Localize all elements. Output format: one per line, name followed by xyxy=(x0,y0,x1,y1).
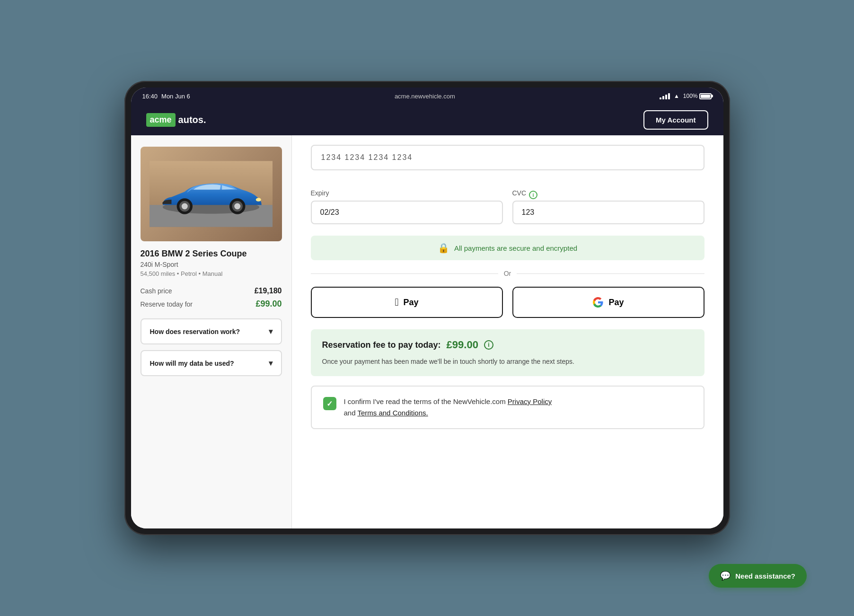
secure-banner: 🔒 All payments are secure and encrypted xyxy=(311,236,704,260)
status-bar-right: ▲ 100% xyxy=(660,93,712,99)
svg-point-8 xyxy=(234,203,240,210)
apple-pay-button[interactable]:  Pay xyxy=(311,287,503,318)
cvc-info-icon[interactable]: i xyxy=(529,191,537,199)
payment-buttons:  Pay Pay xyxy=(311,287,704,318)
cash-price-row: Cash price £19,180 xyxy=(141,287,282,295)
or-divider: Or xyxy=(311,270,704,277)
expiry-group: Expiry xyxy=(311,189,503,224)
time: 16:40 xyxy=(142,93,158,100)
main-content: 2016 BMW 2 Series Coupe 240i M-Sport 54,… xyxy=(131,135,723,528)
expiry-label: Expiry xyxy=(311,189,503,197)
reservation-box: Reservation fee to pay today: £99.00 i O… xyxy=(311,329,704,376)
chevron-down-icon: ▾ xyxy=(269,327,273,336)
navigation-bar: acme autos. My Account xyxy=(131,105,723,135)
accordion-reservation[interactable]: How does reservation work? ▾ xyxy=(141,318,282,344)
svg-point-9 xyxy=(256,198,261,201)
reservation-amount: £99.00 xyxy=(447,339,478,351)
cvc-label: CVC xyxy=(512,189,527,197)
right-panel: Expiry CVC i 🔒 All payments are secure xyxy=(292,135,723,528)
chevron-down-icon-2: ▾ xyxy=(269,359,273,368)
car-image xyxy=(150,161,273,227)
cvc-input[interactable] xyxy=(512,201,704,224)
status-bar-left: 16:40 Mon Jun 6 xyxy=(142,93,190,100)
lock-icon: 🔒 xyxy=(438,242,449,254)
reserve-value: £99.00 xyxy=(255,299,282,309)
card-number-section xyxy=(311,145,704,180)
terms-text-before: I confirm I've read the terms of the New… xyxy=(344,397,506,405)
date: Mon Jun 6 xyxy=(161,93,190,100)
expiry-input[interactable] xyxy=(311,201,503,224)
cvc-label-row: CVC i xyxy=(512,189,704,201)
logo: acme autos. xyxy=(146,113,206,127)
accordion-data-label: How will my data be used? xyxy=(150,360,234,367)
google-pay-label: Pay xyxy=(608,298,624,308)
signal-icon xyxy=(660,93,670,99)
wifi-icon: ▲ xyxy=(674,93,679,99)
terms-box: ✓ I confirm I've read the terms of the N… xyxy=(311,386,704,429)
car-title: 2016 BMW 2 Series Coupe xyxy=(141,249,282,259)
reservation-description: Once your payment has been made we'll be… xyxy=(322,357,693,367)
url-text: acme.newvehicle.com xyxy=(395,93,455,100)
left-panel: 2016 BMW 2 Series Coupe 240i M-Sport 54,… xyxy=(131,135,292,528)
terms-text: I confirm I've read the terms of the New… xyxy=(344,396,552,419)
car-subtitle: 240i M-Sport xyxy=(141,261,282,268)
accordion-data-header[interactable]: How will my data be used? ▾ xyxy=(141,351,281,375)
svg-point-5 xyxy=(182,203,188,210)
google-logo-icon xyxy=(592,297,604,308)
battery-icon xyxy=(699,93,712,99)
battery-percentage: 100% xyxy=(683,93,698,99)
reservation-info-icon[interactable]: i xyxy=(484,340,493,350)
car-image-container xyxy=(141,147,282,241)
status-bar: 16:40 Mon Jun 6 acme.newvehicle.com ▲ 10… xyxy=(131,88,723,105)
terms-conditions-link[interactable]: Terms and Conditions. xyxy=(357,409,428,417)
reserve-label: Reserve today for xyxy=(141,300,193,308)
assistance-label: Need assistance? xyxy=(735,572,795,580)
logo-acme: acme xyxy=(146,113,176,127)
terms-text-between: and xyxy=(344,409,356,417)
apple-pay-label: Pay xyxy=(404,298,419,308)
cash-price-label: Cash price xyxy=(141,287,172,295)
card-number-input[interactable] xyxy=(311,145,704,170)
terms-checkbox[interactable]: ✓ xyxy=(323,397,336,410)
reservation-header: Reservation fee to pay today: £99.00 i xyxy=(322,339,693,351)
expiry-cvc-row: Expiry CVC i xyxy=(311,189,704,224)
privacy-policy-link[interactable]: Privacy Policy xyxy=(508,397,552,405)
reserve-price-row: Reserve today for £99.00 xyxy=(141,299,282,309)
accordion-reservation-label: How does reservation work? xyxy=(150,328,240,335)
cvc-group: CVC i xyxy=(512,189,704,224)
or-text: Or xyxy=(504,270,511,277)
google-pay-button[interactable]: Pay xyxy=(512,287,704,318)
battery-indicator: 100% xyxy=(683,93,712,99)
reservation-title: Reservation fee to pay today: xyxy=(322,340,441,350)
url-display: acme.newvehicle.com xyxy=(395,93,455,100)
divider-line-right xyxy=(517,273,704,274)
logo-autos: autos. xyxy=(178,114,206,125)
car-details: 2016 BMW 2 Series Coupe 240i M-Sport 54,… xyxy=(141,249,282,277)
my-account-button[interactable]: My Account xyxy=(643,110,708,130)
secure-text: All payments are secure and encrypted xyxy=(454,244,577,252)
accordion-data[interactable]: How will my data be used? ▾ xyxy=(141,350,282,376)
need-assistance-button[interactable]: 💬 Need assistance? xyxy=(709,564,807,588)
chat-icon: 💬 xyxy=(720,571,731,581)
apple-logo-icon:  xyxy=(395,296,398,308)
divider-line-left xyxy=(311,273,498,274)
car-specs: 54,500 miles • Petrol • Manual xyxy=(141,270,282,277)
accordion-reservation-header[interactable]: How does reservation work? ▾ xyxy=(141,319,281,343)
cash-price-value: £19,180 xyxy=(255,287,282,295)
checkmark-icon: ✓ xyxy=(326,399,333,408)
car-pricing: Cash price £19,180 Reserve today for £99… xyxy=(141,287,282,309)
